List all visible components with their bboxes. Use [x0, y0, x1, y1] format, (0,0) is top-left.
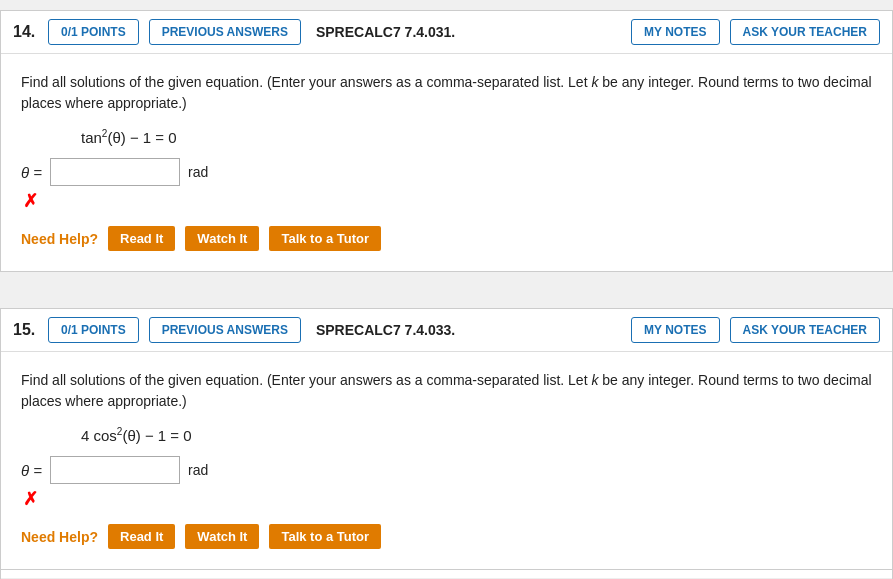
problem-code-14: SPRECALC7 7.4.031.: [316, 24, 621, 40]
theta-label-15: θ =: [21, 462, 42, 479]
ask-teacher-button-14[interactable]: ASK YOUR TEACHER: [730, 19, 880, 45]
need-help-label-15: Need Help?: [21, 529, 98, 545]
watch-it-button-14[interactable]: Watch It: [185, 226, 259, 251]
need-help-row-14: Need Help? Read It Watch It Talk to a Tu…: [21, 226, 872, 251]
points-button-15[interactable]: 0/1 POINTS: [48, 317, 139, 343]
question-text-15: Find all solutions of the given equation…: [21, 370, 872, 412]
points-button-14[interactable]: 0/1 POINTS: [48, 19, 139, 45]
equation-15: 4 cos2(θ) − 1 = 0: [81, 426, 872, 444]
read-it-button-14[interactable]: Read It: [108, 226, 175, 251]
question-14-body: Find all solutions of the given equation…: [1, 54, 892, 271]
problem-code-15: SPRECALC7 7.4.033.: [316, 322, 621, 338]
rad-label-14: rad: [188, 164, 208, 180]
question-number-15: 15.: [13, 321, 38, 339]
equation-14: tan2(θ) − 1 = 0: [81, 128, 872, 146]
previous-answers-button-14[interactable]: PREVIOUS ANSWERS: [149, 19, 301, 45]
watch-it-button-15[interactable]: Watch It: [185, 524, 259, 549]
previous-answers-button-15[interactable]: PREVIOUS ANSWERS: [149, 317, 301, 343]
need-help-label-14: Need Help?: [21, 231, 98, 247]
incorrect-mark-14: ✗: [23, 190, 872, 212]
question-text-14: Find all solutions of the given equation…: [21, 72, 872, 114]
question-14: 14. 0/1 POINTS PREVIOUS ANSWERS SPRECALC…: [0, 10, 893, 272]
my-notes-button-15[interactable]: MY NOTES: [631, 317, 719, 343]
ask-teacher-button-15[interactable]: ASK YOUR TEACHER: [730, 317, 880, 343]
question-15: 15. 0/1 POINTS PREVIOUS ANSWERS SPRECALC…: [0, 308, 893, 579]
answer-row-15: θ = rad: [21, 456, 872, 484]
question-14-header: 14. 0/1 POINTS PREVIOUS ANSWERS SPRECALC…: [1, 11, 892, 54]
talk-tutor-button-14[interactable]: Talk to a Tutor: [269, 226, 381, 251]
submit-divider-15: [1, 569, 892, 570]
rad-label-15: rad: [188, 462, 208, 478]
incorrect-mark-15: ✗: [23, 488, 872, 510]
spacer: [0, 282, 893, 298]
answer-input-14[interactable]: [50, 158, 180, 186]
question-15-body: Find all solutions of the given equation…: [1, 352, 892, 569]
my-notes-button-14[interactable]: MY NOTES: [631, 19, 719, 45]
theta-label-14: θ =: [21, 164, 42, 181]
question-15-header: 15. 0/1 POINTS PREVIOUS ANSWERS SPRECALC…: [1, 309, 892, 352]
answer-row-14: θ = rad: [21, 158, 872, 186]
answer-input-15[interactable]: [50, 456, 180, 484]
need-help-row-15: Need Help? Read It Watch It Talk to a Tu…: [21, 524, 872, 549]
question-number-14: 14.: [13, 23, 38, 41]
talk-tutor-button-15[interactable]: Talk to a Tutor: [269, 524, 381, 549]
read-it-button-15[interactable]: Read It: [108, 524, 175, 549]
